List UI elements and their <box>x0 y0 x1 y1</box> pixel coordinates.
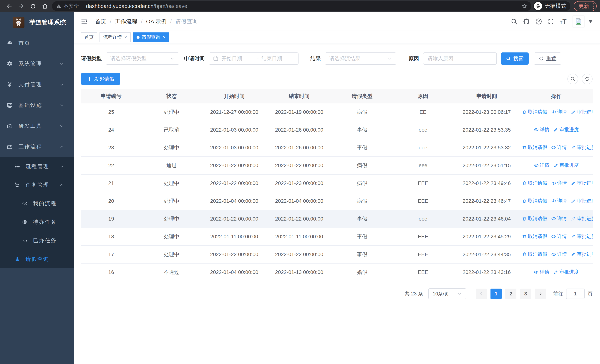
action-progress-link[interactable]: 审批进度 <box>553 126 579 133</box>
page-size-select[interactable]: 10条/页 <box>428 288 466 299</box>
table-row[interactable]: 25处理中2021-12-27 00:00:002022-01-19 00:00… <box>81 103 593 121</box>
show-search-button[interactable] <box>567 74 578 84</box>
reason-field[interactable] <box>423 52 497 65</box>
action-detail-link[interactable]: 详情 <box>551 180 567 186</box>
search-button[interactable]: 搜索 <box>501 52 529 65</box>
font-size-icon[interactable]: TT <box>557 16 569 27</box>
action-progress-link[interactable]: 审批进度 <box>553 162 579 168</box>
browser-update-button[interactable]: 更新 <box>574 1 597 11</box>
sidebar-item-payment[interactable]: 支付管理 <box>0 74 74 95</box>
action-progress-link[interactable]: 审批进度 <box>571 215 593 222</box>
action-progress-link[interactable]: 审批进度 <box>571 233 593 240</box>
table-row[interactable]: 21处理中2022-01-22 00:00:002022-01-23 00:00… <box>81 174 593 192</box>
reload-icon[interactable] <box>27 1 39 11</box>
table-row[interactable]: 24已取消2022-01-03 00:00:002022-01-26 00:00… <box>81 121 593 139</box>
sidebar-item-done-tasks[interactable]: 已办任务 <box>0 231 74 250</box>
tab-process-detail[interactable]: 流程详情 × <box>100 32 131 42</box>
sidebar-item-home[interactable]: 首页 <box>0 33 74 53</box>
apply-time-range[interactable]: - <box>209 52 299 65</box>
action-cancel-link[interactable]: 取消请假 <box>522 251 547 257</box>
breadcrumb-oa[interactable]: OA 示例 <box>146 18 167 25</box>
sidebar-item-todo-tasks[interactable]: 待办任务 <box>0 213 74 231</box>
cell-status: 通过 <box>141 157 202 174</box>
sidebar-item-leave-query[interactable]: 请假查询 <box>0 250 74 268</box>
search-icon[interactable] <box>508 16 520 27</box>
next-page-button[interactable] <box>535 289 546 299</box>
fullscreen-icon[interactable] <box>545 16 557 27</box>
reset-button[interactable]: 重置 <box>534 52 561 65</box>
table-row[interactable]: 16不通过2022-01-04 00:00:002022-01-13 00:00… <box>81 263 593 281</box>
breadcrumb-home[interactable]: 首页 <box>95 18 106 25</box>
goto-page-input[interactable] <box>566 289 585 299</box>
sidebar-item-system[interactable]: 系统管理 <box>0 53 74 74</box>
sidebar-item-my-process[interactable]: 我的流程 <box>0 194 74 213</box>
bookmark-star-icon[interactable] <box>521 3 527 9</box>
home-icon[interactable] <box>39 1 51 11</box>
caret-down-icon[interactable] <box>589 20 593 23</box>
back-icon[interactable] <box>3 1 15 11</box>
prev-page-button[interactable] <box>476 289 487 299</box>
action-detail-link[interactable]: 详情 <box>534 269 549 275</box>
page-button-2[interactable]: 2 <box>505 289 516 299</box>
table-row[interactable]: 22通过2022-01-22 00:00:002022-01-22 00:00:… <box>81 157 593 174</box>
start-date-input[interactable] <box>221 56 254 62</box>
sidebar-item-task-mgmt[interactable]: 任务管理 <box>0 176 74 194</box>
sidebar-item-infra[interactable]: 基础设施 <box>0 95 74 116</box>
action-detail-link[interactable]: 详情 <box>551 197 567 204</box>
refresh-table-button[interactable] <box>582 74 593 84</box>
table-row[interactable]: 18处理中2022-01-11 00:00:002022-01-11 00:00… <box>81 228 593 246</box>
sidebar-item-process-mgmt[interactable]: 流程管理 <box>0 157 74 176</box>
action-progress-link[interactable]: 审批进度 <box>571 180 593 186</box>
action-progress-link[interactable]: 审批进度 <box>571 251 593 257</box>
end-date-input[interactable] <box>262 56 294 62</box>
page-button-3[interactable]: 3 <box>520 289 531 299</box>
table-row[interactable]: 17处理中2022-01-22 00:00:002022-01-22 00:00… <box>81 246 593 263</box>
action-detail-link[interactable]: 详情 <box>551 215 567 222</box>
action-detail-link[interactable]: 详情 <box>551 251 567 257</box>
action-progress-link[interactable]: 审批进度 <box>571 144 593 151</box>
create-leave-button[interactable]: 发起请假 <box>81 73 120 85</box>
action-detail-link[interactable]: 详情 <box>534 126 549 133</box>
action-detail-link[interactable]: 详情 <box>551 144 567 151</box>
reason-input[interactable] <box>428 56 492 62</box>
close-icon[interactable]: × <box>163 35 166 40</box>
action-cancel-link[interactable]: 取消请假 <box>522 215 547 222</box>
action-progress-link[interactable]: 审批进度 <box>571 109 593 115</box>
cell-id: 23 <box>81 139 141 157</box>
not-secure-warning-icon[interactable] <box>56 3 62 9</box>
action-cancel-link[interactable]: 取消请假 <box>522 197 547 204</box>
action-detail-link[interactable]: 详情 <box>551 233 567 240</box>
url-text[interactable]: dashboard.yudao.iocoder.cn/bpm/oa/leave <box>86 3 521 9</box>
menu-fold-icon[interactable] <box>81 18 89 26</box>
sidebar-item-workflow[interactable]: 工作流程 <box>0 136 74 157</box>
sidebar-item-devtools[interactable]: 研发工具 <box>0 116 74 136</box>
action-cancel-link[interactable]: 取消请假 <box>522 233 547 240</box>
table-row[interactable]: 23处理中2022-01-03 00:00:002022-01-26 00:00… <box>81 139 593 157</box>
help-icon[interactable] <box>533 16 545 27</box>
close-icon[interactable]: × <box>124 35 127 40</box>
forward-icon[interactable] <box>15 1 27 11</box>
action-cancel-link[interactable]: 取消请假 <box>522 144 547 151</box>
action-progress-link[interactable]: 审批进度 <box>571 197 593 204</box>
browser-menu-dots-icon[interactable] <box>592 3 594 9</box>
github-icon[interactable] <box>520 16 533 27</box>
action-detail-link[interactable]: 详情 <box>534 162 549 168</box>
leave-type-select[interactable]: 请选择请假类型 <box>106 52 179 65</box>
refresh-icon <box>585 76 590 82</box>
table-row[interactable]: 19处理中2022-01-22 00:00:002022-01-22 00:00… <box>81 210 593 228</box>
action-progress-link[interactable]: 审批进度 <box>553 269 579 275</box>
page-button-1[interactable]: 1 <box>490 289 502 299</box>
action-detail-link[interactable]: 详情 <box>551 109 567 115</box>
tab-leave-query[interactable]: 请假查询 × <box>133 32 169 42</box>
action-cancel-link[interactable]: 取消请假 <box>522 180 547 186</box>
tab-home[interactable]: 首页 <box>81 32 97 42</box>
security-label[interactable]: 不安全 <box>63 3 79 10</box>
breadcrumb-workflow[interactable]: 工作流程 <box>115 18 137 25</box>
avatar[interactable] <box>572 16 584 28</box>
app-logo-row[interactable]: 芋道管理系统 <box>0 12 74 33</box>
table-row[interactable]: 20处理中2022-01-04 00:00:002022-01-04 00:00… <box>81 192 593 210</box>
result-select[interactable]: 请选择流结果 <box>325 52 396 65</box>
action-cancel-link[interactable]: 取消请假 <box>522 109 547 115</box>
url-bar[interactable]: 不安全 dashboard.yudao.iocoder.cn/bpm/oa/le… <box>52 1 531 11</box>
cell-reason: EEE <box>393 174 453 192</box>
